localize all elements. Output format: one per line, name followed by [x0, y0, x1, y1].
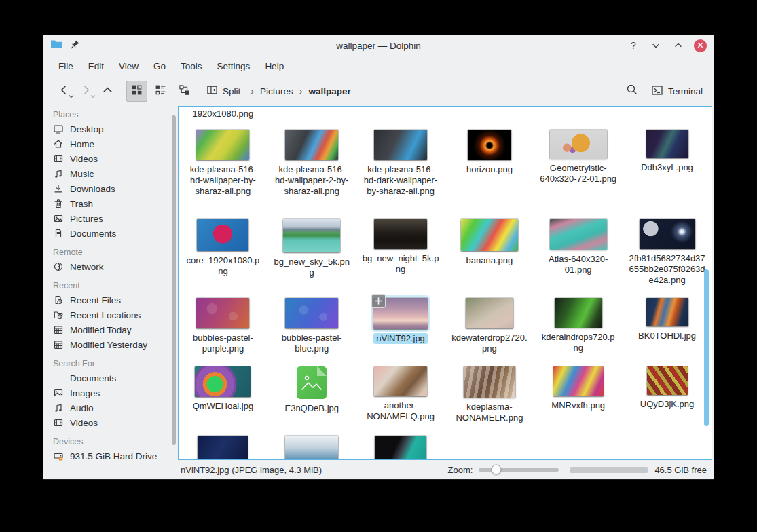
- file-thumbnail-frame: [195, 366, 251, 397]
- file-thumbnail-frame: [646, 298, 688, 326]
- sidebar-section-title-devices: Devices: [43, 437, 178, 446]
- menu-item-tools[interactable]: Tools: [173, 58, 210, 74]
- sidebar-item-pictures[interactable]: Pictures: [43, 211, 178, 226]
- file-thumbnail-frame: [198, 436, 248, 460]
- sidebar-item-images[interactable]: Images: [43, 385, 178, 400]
- file-item-2fb81d5682734d37655bb2e875f8263de42a-png[interactable]: 2fb81d5682734d37655bb2e875f8263de42a.png: [623, 216, 712, 295]
- view-icons-button[interactable]: [126, 81, 147, 102]
- sidebar-item-videos[interactable]: Videos: [43, 415, 178, 430]
- main-view[interactable]: 1920x1080.pngkde-plasma-516-hd-wallpaper…: [178, 106, 712, 460]
- empty-grid-cell: [534, 107, 623, 127]
- sidebar-item-documents[interactable]: Documents: [43, 226, 178, 241]
- file-item-another-nonamelq-png[interactable]: another-NONAMELQ.png: [356, 364, 445, 433]
- sidebar-item-modified-today[interactable]: Modified Today: [43, 322, 178, 337]
- minimize-button[interactable]: [649, 39, 663, 52]
- menu-item-help[interactable]: Help: [257, 58, 291, 74]
- window-folder-icon: [50, 39, 63, 52]
- file-item-qmwehoal-jpg[interactable]: QmWEHoal.jpg: [179, 364, 267, 433]
- file-thumbnail: [196, 130, 249, 160]
- file-thumbnail-frame: [555, 298, 602, 328]
- view-details-button[interactable]: [150, 81, 171, 102]
- file-item-atlas-640x320-01-png[interactable]: Atlas-640x320-01.png: [534, 216, 623, 295]
- file-item-nvlnt92-jpg[interactable]: nVlNT92.jpg: [356, 295, 445, 364]
- sidebar-item-label: Modified Today: [70, 325, 132, 335]
- file-item-kdewaterdrop2720-png[interactable]: kdewaterdrop2720.png: [445, 295, 534, 364]
- menu-item-file[interactable]: File: [51, 58, 81, 74]
- file-item-kde-plasma-516-hd-wallpaper-by-sharaz-ali-png[interactable]: kde-plasma-516-hd-wallpaper-by-sharaz-al…: [179, 127, 267, 216]
- sidebar-item-recent-locations[interactable]: Recent Locations: [43, 307, 178, 322]
- file-item-kde-plasma-516-hd-dark-wallpaper-by-sharaz-ali-png[interactable]: kde-plasma-516-hd-dark-wallpaper-by-shar…: [356, 127, 445, 216]
- breadcrumb-item-pictures[interactable]: Pictures: [260, 86, 293, 96]
- file-item-uqyd3jk-png[interactable]: UQyD3jK.png: [623, 364, 712, 433]
- menu-item-go[interactable]: Go: [146, 58, 173, 74]
- file-item-partial[interactable]: [179, 433, 267, 460]
- up-button[interactable]: [96, 80, 118, 102]
- file-row: bubbles-pastel-purple.pngbubbles-pastel-…: [179, 295, 712, 364]
- view-tree-button[interactable]: [174, 81, 195, 102]
- terminal-label: Terminal: [668, 86, 703, 96]
- up-icon: [101, 83, 114, 99]
- file-item-geometryistic-640x320-72-01-png[interactable]: Geometryistic-640x320-72-01.png: [534, 127, 623, 216]
- sidebar-scrollbar[interactable]: [172, 115, 176, 445]
- sidebar-item-931-5-gib-hard-drive[interactable]: 931.5 GiB Hard Drive: [43, 449, 178, 463]
- split-button[interactable]: Split: [200, 80, 246, 102]
- file-item-bg-new-night-5k-png[interactable]: bg_new_night_5k.png: [356, 216, 445, 295]
- file-item-mnrvxfh-png[interactable]: MNRvxfh.png: [534, 364, 623, 433]
- file-thumbnail: [285, 436, 338, 460]
- file-item-partial[interactable]: [267, 433, 356, 460]
- sidebar-item-music[interactable]: Music: [43, 166, 178, 181]
- add-selection-button[interactable]: [371, 294, 386, 308]
- file-item-bk0tohdl-jpg[interactable]: BK0TOHDl.jpg: [623, 295, 712, 364]
- file-item-ddh3xyl-png[interactable]: Ddh3xyL.png: [623, 127, 712, 216]
- breadcrumb-item-wallpaper[interactable]: wallpaper: [308, 86, 350, 96]
- sidebar-item-downloads[interactable]: Downloads: [43, 181, 178, 196]
- sidebar-item-audio[interactable]: Audio: [43, 400, 178, 415]
- file-item-bg-new-sky-5k-png[interactable]: bg_new_sky_5k.png: [267, 216, 356, 295]
- sidebar-item-videos[interactable]: Videos: [43, 151, 178, 166]
- terminal-button[interactable]: Terminal: [648, 80, 705, 102]
- file-item-partial[interactable]: [356, 433, 445, 460]
- sidebar-item-desktop[interactable]: Desktop: [43, 121, 178, 136]
- close-button[interactable]: [694, 39, 707, 52]
- sidebar-item-network[interactable]: Network: [43, 259, 178, 274]
- search-button[interactable]: [621, 80, 643, 102]
- icons-view-icon: [131, 84, 143, 98]
- file-item-e3nqdeb-jpg[interactable]: E3nQDeB.jpg: [267, 364, 356, 433]
- menubar: FileEditViewGoToolsSettingsHelp: [43, 56, 714, 76]
- zoom-slider-handle[interactable]: [492, 465, 502, 475]
- file-item-horizon-png[interactable]: horizon.png: [445, 127, 534, 216]
- trash-icon: [53, 198, 64, 209]
- file-item-kde-plasma-516-hd-wallpaper-2-by-sharaz-ali-png[interactable]: kde-plasma-516-hd-wallpaper-2-by-sharaz-…: [267, 127, 356, 216]
- terminal-icon: [651, 84, 663, 98]
- sidebar-item-home[interactable]: Home: [43, 136, 178, 151]
- sidebar-item-recent-files[interactable]: Recent Files: [43, 292, 178, 307]
- file-thumbnail-frame: [297, 366, 327, 399]
- pin-icon[interactable]: [70, 39, 80, 52]
- sidebar-item-modified-yesterday[interactable]: Modified Yesterday: [43, 337, 178, 352]
- help-button[interactable]: ?: [627, 39, 640, 52]
- file-item-banana-png[interactable]: banana.png: [445, 216, 534, 295]
- file-thumbnail-frame: [285, 298, 338, 328]
- file-name: bubbles-pastel-blue.png: [273, 332, 350, 354]
- sidebar-item-trash[interactable]: Trash: [43, 196, 178, 211]
- file-thumbnail: [285, 130, 338, 160]
- maximize-button[interactable]: [671, 39, 685, 52]
- menu-item-view[interactable]: View: [111, 58, 146, 74]
- file-item-bubbles-pastel-purple-png[interactable]: bubbles-pastel-purple.png: [179, 295, 267, 364]
- split-label: Split: [223, 86, 240, 96]
- menu-item-edit[interactable]: Edit: [81, 58, 111, 74]
- main-scrollbar[interactable]: [704, 269, 709, 426]
- file-name: Atlas-640x320-01.png: [540, 254, 617, 276]
- file-item-kdeplasma-nonamelr-png[interactable]: kdeplasma-NONAMELR.png: [445, 364, 534, 433]
- calendar-icon: [53, 324, 64, 335]
- file-item-core-1920x1080-png[interactable]: core_1920x1080.png: [179, 216, 267, 295]
- back-button[interactable]: [53, 80, 75, 102]
- titlebar[interactable]: wallpaper — Dolphin ?: [43, 35, 714, 56]
- sidebar-item-documents[interactable]: Documents: [43, 370, 178, 385]
- file-item-bubbles-pastel-blue-png[interactable]: bubbles-pastel-blue.png: [267, 295, 356, 364]
- zoom-slider[interactable]: [479, 468, 559, 472]
- file-item-kderaindrops720-png[interactable]: kderaindrops720.png: [534, 295, 623, 364]
- file-item-1920x1080-png[interactable]: 1920x1080.png: [179, 107, 267, 127]
- menu-item-settings[interactable]: Settings: [210, 58, 258, 74]
- forward-button[interactable]: [75, 80, 96, 102]
